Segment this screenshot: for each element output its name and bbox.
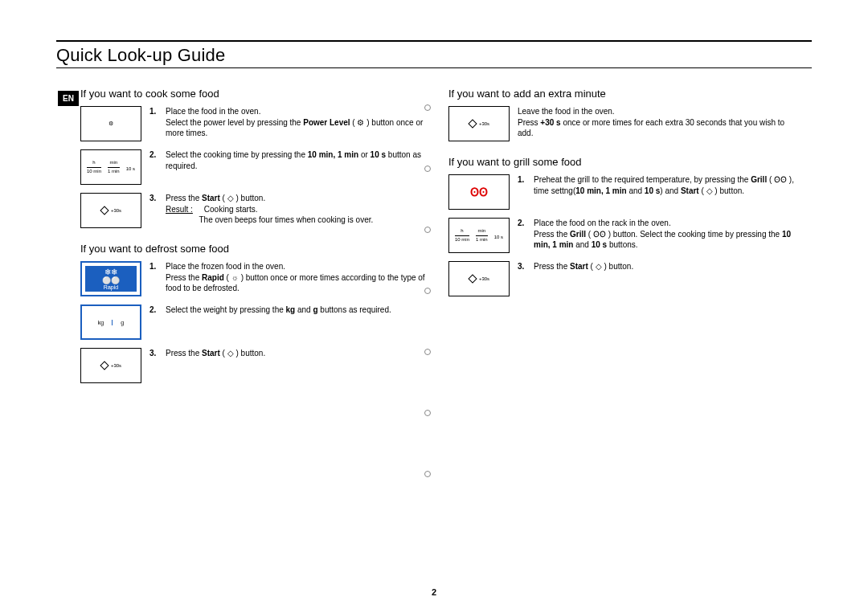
step-text: Press the Start ( ◇ ) button. — [534, 261, 633, 272]
grill-button-diagram: ʘʘ — [448, 174, 510, 210]
grill-icon: ʘʘ — [470, 186, 488, 198]
step-number: 3. — [518, 261, 529, 272]
language-badge: EN — [58, 91, 79, 106]
step-number: 2. — [149, 304, 161, 316]
step-number: 2. — [518, 218, 529, 251]
rapid-button-diagram: ❄❄ ⚪⚪ Rapid — [80, 261, 141, 296]
step-text: Leave the food in the oven. Press +30 s … — [518, 106, 794, 139]
power-level-button-diagram: ⚙ — [80, 106, 141, 141]
start-icon — [100, 361, 108, 370]
step-text: Place the food on the rack in the oven. … — [534, 218, 794, 251]
start-button-diagram: +30s — [80, 193, 141, 228]
start-icon — [100, 206, 108, 215]
section-heading-cook: If you want to cook some food — [80, 88, 426, 100]
step-number: 1. — [149, 106, 161, 139]
rapid-icon: ❄❄ — [104, 268, 117, 276]
page-number: 2 — [432, 587, 436, 597]
plus30-button-diagram: +30s — [448, 106, 510, 141]
step-text: Press the Start ( ◇ ) button. — [166, 348, 265, 359]
section-heading-grill: If you want to grill some food — [448, 156, 794, 168]
start-button-diagram: +30s — [448, 261, 510, 296]
section-heading-extra: If you want to add an extra minute — [448, 88, 794, 100]
start-button-diagram: +30s — [80, 348, 141, 383]
weight-buttons-diagram: kgg — [80, 304, 141, 340]
step-number: 1. — [518, 174, 529, 196]
step-text: Place the food in the oven. Select the p… — [166, 106, 426, 139]
step-text: Press the Start ( ◇ ) button. Result : C… — [166, 193, 373, 226]
step-text: Select the cooking time by pressing the … — [166, 149, 426, 171]
step-number: 3. — [149, 193, 161, 226]
page-title: Quick Look-up Guide — [56, 45, 812, 66]
start-icon — [468, 119, 477, 128]
step-text: Select the weight by pressing the kg and… — [166, 304, 391, 316]
step-text: Place the frozen food in the oven. Press… — [166, 261, 426, 294]
step-text: Preheat the grill to the required temper… — [534, 174, 794, 196]
section-heading-defrost: If you want to defrost some food — [80, 243, 426, 255]
power-level-icon: ⚙ — [108, 121, 113, 127]
binder-holes — [424, 104, 431, 477]
step-number: 2. — [149, 149, 161, 171]
step-number: 3. — [149, 348, 161, 359]
time-buttons-diagram: h10 min min1 min 10 s — [448, 218, 510, 253]
start-icon — [468, 274, 477, 283]
time-buttons-diagram: h10 min min1 min 10 s — [80, 149, 141, 185]
step-number: 1. — [149, 261, 161, 294]
